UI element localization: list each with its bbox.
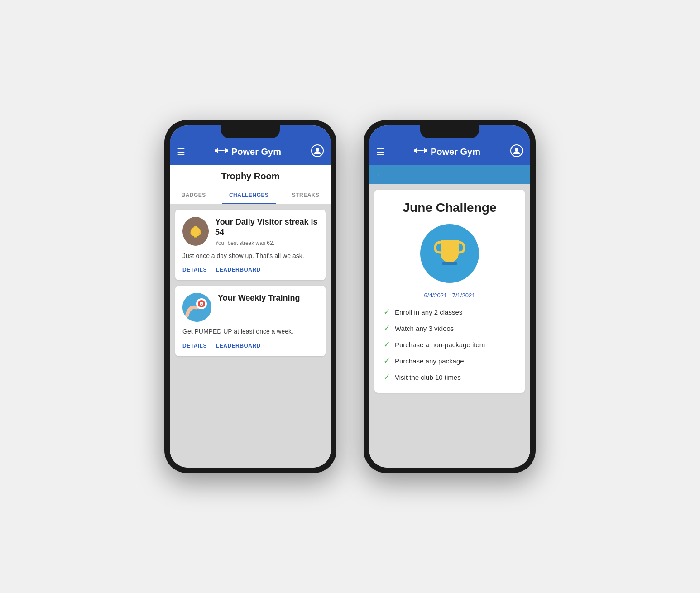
dumbbell-icon-2 [414,146,427,158]
profile-icon-1[interactable] [311,144,324,159]
requirement-1: ✓ Enroll in any 2 classes [384,307,516,317]
challenge-requirements-list: ✓ Enroll in any 2 classes ✓ Watch any 3 … [384,307,516,382]
phone-2-screen: ☰ Power Gym [369,125,530,468]
card-1-text: Your Daily Visitor streak is 54 Your bes… [215,217,318,246]
app-name-2: Power Gym [431,147,480,157]
tab-badges[interactable]: BADGES [174,187,213,204]
requirement-2-text: Watch any 3 videos [395,325,454,332]
svg-rect-21 [416,148,417,153]
svg-rect-0 [215,149,217,152]
svg-point-6 [316,148,319,151]
svg-rect-4 [226,149,228,152]
phone-1: ☰ Power Gym [164,120,336,473]
requirement-5-text: Visit the club 10 times [395,373,461,381]
app-title-1: Power Gym [215,146,281,158]
requirement-3-text: Purchase a non-package item [395,341,485,349]
card-row-1: Your Daily Visitor streak is 54 Your bes… [182,217,318,246]
svg-rect-22 [417,150,424,151]
tab-streaks[interactable]: STREAKS [285,187,327,204]
bell-avatar [182,217,209,246]
svg-rect-23 [424,148,425,153]
challenge-title: June Challenge [384,201,516,215]
svg-rect-3 [225,148,226,153]
trophy-room-title: Trophy Room [170,171,331,187]
weekly-details-btn[interactable]: DETAILS [182,343,207,349]
check-icon-5: ✓ [384,372,390,382]
hamburger-icon-2[interactable]: ☰ [376,147,384,158]
app-title-2: Power Gym [414,146,480,158]
phone-2: ☰ Power Gym [364,120,536,473]
notch-1 [221,125,280,138]
phone-1-screen: ☰ Power Gym [170,125,331,468]
target-avatar [182,293,211,322]
challenge-card: June Challenge [374,190,525,393]
back-arrow-icon[interactable]: ← [376,169,385,179]
profile-icon-2[interactable] [510,144,523,159]
hamburger-icon[interactable]: ☰ [177,147,185,158]
challenge-content: June Challenge [369,184,530,468]
svg-point-26 [515,148,518,151]
svg-rect-28 [442,262,457,265]
requirement-4: ✓ Purchase any package [384,356,516,366]
check-icon-1: ✓ [384,307,390,317]
requirement-1-text: Enroll in any 2 classes [395,308,462,316]
weekly-leaderboard-btn[interactable]: LEADERBOARD [216,343,261,349]
streak-subtitle: Your best streak was 62. [215,240,318,246]
check-icon-2: ✓ [384,323,390,333]
svg-rect-2 [218,150,225,151]
card-2-text: Your Weekly Training [218,293,300,303]
back-strip: ← [369,165,530,184]
sub-header-1: Trophy Room BADGES CHALLENGES STREAKS [170,165,331,204]
content-1: Your Daily Visitor streak is 54 Your bes… [170,204,331,468]
tab-challenges[interactable]: CHALLENGES [222,187,276,204]
notch-2 [420,125,479,138]
svg-rect-11 [194,237,197,238]
tabs-1: BADGES CHALLENGES STREAKS [170,187,331,204]
streak-actions: DETAILS LEADERBOARD [182,267,318,273]
svg-rect-20 [414,149,416,152]
weekly-description: Get PUMPED UP at least once a week. [182,327,318,336]
trophy-circle [420,224,479,283]
app-name-1: Power Gym [231,147,281,157]
streak-title: Your Daily Visitor streak is 54 [215,217,318,238]
streak-card-2: Your Weekly Training Get PUMPED UP at le… [175,286,326,356]
streak-details-btn[interactable]: DETAILS [182,267,207,273]
weekly-actions: DETAILS LEADERBOARD [182,343,318,349]
card-row-2: Your Weekly Training [182,293,318,322]
requirement-5: ✓ Visit the club 10 times [384,372,516,382]
requirement-4-text: Purchase any package [395,357,464,365]
requirement-3: ✓ Purchase a non-package item [384,340,516,349]
requirement-2: ✓ Watch any 3 videos [384,323,516,333]
svg-rect-24 [425,149,427,152]
check-icon-4: ✓ [384,356,390,366]
dumbbell-icon [215,146,228,158]
svg-rect-27 [447,253,452,262]
check-icon-3: ✓ [384,340,390,349]
svg-rect-1 [217,148,218,153]
svg-point-19 [201,303,202,304]
weekly-title: Your Weekly Training [218,293,300,303]
streak-card-1: Your Daily Visitor streak is 54 Your bes… [175,210,326,280]
challenge-dates: 6/4/2021 - 7/1/2021 [384,292,516,299]
streak-description: Just once a day show up. That's all we a… [182,252,318,261]
streak-leaderboard-btn[interactable]: LEADERBOARD [216,267,261,273]
